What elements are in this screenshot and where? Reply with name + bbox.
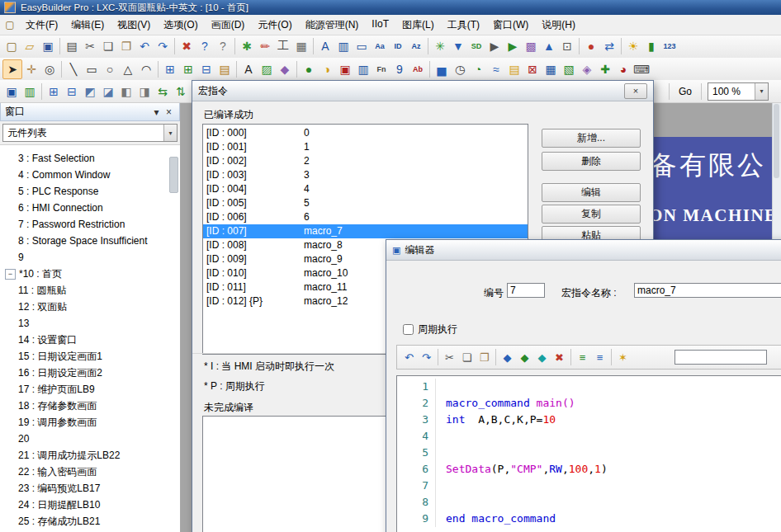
tree-item[interactable]: 12 : 双面贴 xyxy=(0,299,180,315)
tree-item[interactable]: 18 : 存储参数画面 xyxy=(0,398,180,414)
menu-item-2[interactable]: 编辑(E) xyxy=(64,15,111,35)
window-object-icon[interactable]: ⊟ xyxy=(197,60,215,78)
align-left-icon[interactable]: ◧ xyxy=(117,82,135,101)
cut-icon[interactable]: ✂ xyxy=(81,37,99,55)
menu-item-1[interactable]: 文件(F) xyxy=(19,15,64,35)
table-icon[interactable]: ⊞ xyxy=(179,60,197,78)
chevron-down-icon[interactable]: ▾ xyxy=(755,83,768,100)
outdent-icon[interactable]: ≡ xyxy=(591,349,608,366)
tree-item[interactable]: 13 xyxy=(0,315,180,332)
tree-item[interactable]: 22 : 输入密码画面 xyxy=(0,464,180,480)
macro-id-input[interactable] xyxy=(507,283,545,298)
cut-icon[interactable]: ✂ xyxy=(441,349,458,366)
select-tool-icon[interactable]: ➤ xyxy=(2,59,22,79)
pan-tool-icon[interactable]: ✛ xyxy=(22,60,40,78)
copy-icon[interactable]: ❏ xyxy=(458,349,476,366)
menu-item-3[interactable]: 视图(V) xyxy=(111,15,157,35)
tree-item[interactable]: 7 : Password Restriction xyxy=(0,216,180,233)
zoom-tool-icon[interactable]: ◎ xyxy=(40,60,59,78)
menu-item-10[interactable]: 工具(T) xyxy=(441,15,486,35)
code-line[interactable]: 4 xyxy=(397,428,781,445)
indent-icon[interactable]: ≡ xyxy=(574,349,591,366)
macro-list-item[interactable]: [ID : 004]4 xyxy=(203,182,528,196)
tree-item[interactable]: 23 : 编码预览LB17 xyxy=(0,480,180,497)
tree-item[interactable]: 19 : 调用参数画面 xyxy=(0,414,180,431)
address-display-icon[interactable]: Az xyxy=(407,37,425,55)
menu-item-12[interactable]: 说明(H) xyxy=(535,15,582,35)
meter-display-icon[interactable]: ◔ xyxy=(469,60,487,78)
numeric-keypad-icon[interactable]: 123 xyxy=(660,37,679,55)
ellipse-tool-icon[interactable]: ○ xyxy=(101,60,119,78)
data-block-icon[interactable]: ◈ xyxy=(578,60,596,78)
tree-item[interactable]: 25 : 存储成功LB21 xyxy=(0,513,180,530)
clear-bookmarks-icon[interactable]: ✖ xyxy=(551,349,568,366)
copy-icon[interactable]: ❏ xyxy=(99,37,117,55)
offline-simulation-icon[interactable]: ▶ xyxy=(485,37,504,55)
menu-item-9[interactable]: 图库(L) xyxy=(395,15,441,35)
tip-bulb-icon[interactable]: ☀ xyxy=(624,37,642,55)
pie-chart-icon[interactable]: ◕ xyxy=(614,60,632,78)
next-bookmark-icon[interactable]: ◆ xyxy=(516,349,533,366)
prev-bookmark-icon[interactable]: ◆ xyxy=(533,349,551,366)
menu-item-4[interactable]: 选项(O) xyxy=(157,15,204,35)
word-lamp-icon[interactable]: ◑ xyxy=(318,60,336,78)
undo-icon[interactable]: ↶ xyxy=(135,37,154,55)
tree-item[interactable]: 9 xyxy=(0,249,180,266)
align-right-icon[interactable]: ◨ xyxy=(135,82,154,101)
help-icon[interactable]: ? xyxy=(196,37,214,55)
shape-object-icon[interactable]: ◆ xyxy=(276,60,294,78)
bar-graph-icon[interactable]: ▅ xyxy=(433,60,451,78)
macro-list-item[interactable]: [ID : 005]5 xyxy=(203,196,528,210)
find-icon[interactable]: ✶ xyxy=(614,349,632,366)
macro-list-item[interactable]: [ID : 007]macro_7 xyxy=(203,224,528,238)
add-macro-button[interactable]: 新增... xyxy=(542,129,641,148)
reboot-hmi-icon[interactable]: ● xyxy=(582,37,600,55)
xy-plot-icon[interactable]: ✚ xyxy=(596,60,614,78)
tree-item[interactable]: 16 : 日期设定画面2 xyxy=(0,365,180,381)
paste-icon[interactable]: ❐ xyxy=(117,37,135,55)
tree-item[interactable]: 4 : Common Window xyxy=(0,167,180,183)
tree-item[interactable]: 17 : 维护页面LB9 xyxy=(0,381,180,398)
scale-icon[interactable]: ⊞ xyxy=(161,60,179,78)
code-line[interactable]: 8 xyxy=(397,494,781,511)
rectangle-tool-icon[interactable]: ▭ xyxy=(83,60,101,78)
code-line[interactable]: 9end macro_command xyxy=(397,511,781,527)
close-icon[interactable]: × xyxy=(624,83,647,99)
download-icon[interactable]: ▼ xyxy=(449,37,467,55)
editor-dialog-titlebar[interactable]: ▣ 编辑器 xyxy=(386,240,781,261)
panel-header[interactable]: 窗口 ▾ × xyxy=(0,102,180,121)
edit-macro-button[interactable]: 编辑 xyxy=(542,183,641,202)
tree-item[interactable]: 15 : 日期设定画面1 xyxy=(0,348,180,365)
window-copy-icon[interactable]: ▭ xyxy=(353,37,371,55)
tree-item[interactable]: 5 : PLC Response xyxy=(0,183,180,200)
tree-item[interactable]: 14 : 设置窗口 xyxy=(0,332,180,348)
pass-through-icon[interactable]: ⇄ xyxy=(600,37,618,55)
code-line[interactable]: 1 xyxy=(397,379,781,395)
sd-card-icon[interactable]: SD xyxy=(467,37,485,55)
menu-item-5[interactable]: 画面(D) xyxy=(205,15,252,35)
delete-macro-button[interactable]: 删除 xyxy=(542,152,641,171)
pack-icon[interactable]: ▩ xyxy=(522,37,540,55)
tree-scrollbar[interactable] xyxy=(169,157,178,193)
grid-icon[interactable]: ▦ xyxy=(292,37,310,55)
macro-name-input[interactable] xyxy=(634,283,781,298)
arc-tool-icon[interactable]: ◠ xyxy=(137,60,155,78)
redo-icon[interactable]: ↷ xyxy=(154,37,172,55)
menu-item-8[interactable]: IIoT xyxy=(365,15,395,35)
numeric-object-icon[interactable]: 9 xyxy=(390,60,409,78)
code-line[interactable]: 2macro_command main() xyxy=(397,395,781,412)
open-project-icon[interactable]: ▱ xyxy=(21,37,39,55)
set-bit-icon[interactable]: ▣ xyxy=(336,60,354,78)
code-line[interactable]: 3int A,B,C,K,P=10 xyxy=(397,412,781,428)
edit-pen-icon[interactable]: ✏ xyxy=(256,37,274,55)
chevron-down-icon[interactable]: ▾ xyxy=(150,106,163,118)
set-word-icon[interactable]: ▥ xyxy=(354,60,372,78)
tree-item[interactable]: 20 xyxy=(0,431,180,447)
redo-icon[interactable]: ↷ xyxy=(418,349,435,366)
alarm-bar-icon[interactable]: ⊠ xyxy=(523,60,542,78)
language-icon[interactable]: ▥ xyxy=(21,82,39,101)
ruler-icon[interactable]: 工 xyxy=(274,37,292,55)
send-to-back-icon[interactable]: ◪ xyxy=(99,82,117,101)
macro-dialog-titlebar[interactable]: 宏指令 × xyxy=(192,81,653,101)
code-line[interactable]: 5 xyxy=(397,445,781,461)
